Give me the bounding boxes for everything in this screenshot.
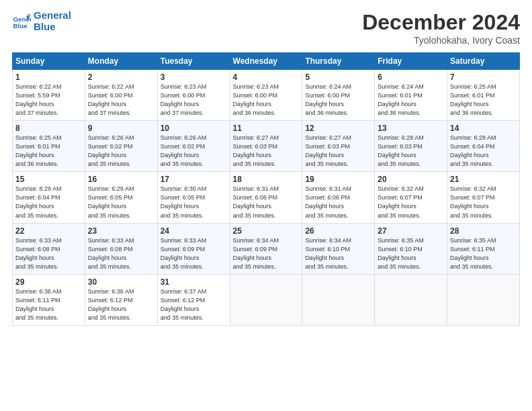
svg-text:Blue: Blue xyxy=(13,21,28,29)
day-info: Sunrise: 6:33 AMSunset: 6:08 PMDaylight … xyxy=(88,236,154,271)
page: General Blue General Blue December 2024 … xyxy=(0,0,532,411)
day-info: Sunrise: 6:34 AMSunset: 6:10 PMDaylight … xyxy=(305,236,371,271)
day-number: 8 xyxy=(15,124,82,133)
calendar-cell: 28Sunrise: 6:35 AMSunset: 6:11 PMDayligh… xyxy=(447,223,520,274)
calendar-cell: 27Sunrise: 6:35 AMSunset: 6:10 PMDayligh… xyxy=(375,223,447,274)
day-info: Sunrise: 6:36 AMSunset: 6:12 PMDaylight … xyxy=(88,287,154,322)
calendar-cell: 19Sunrise: 6:31 AMSunset: 6:06 PMDayligh… xyxy=(302,172,375,223)
calendar-cell: 30Sunrise: 6:36 AMSunset: 6:12 PMDayligh… xyxy=(85,274,157,325)
calendar-cell: 7Sunrise: 6:25 AMSunset: 6:01 PMDaylight… xyxy=(447,70,520,121)
day-header-saturday: Saturday xyxy=(447,53,520,70)
day-info: Sunrise: 6:27 AMSunset: 6:03 PMDaylight … xyxy=(305,134,371,169)
day-number: 3 xyxy=(161,73,227,82)
day-info: Sunrise: 6:22 AMSunset: 6:00 PMDaylight … xyxy=(88,83,154,118)
day-info: Sunrise: 6:28 AMSunset: 6:04 PMDaylight … xyxy=(450,134,517,169)
day-header-tuesday: Tuesday xyxy=(157,53,230,70)
day-info: Sunrise: 6:36 AMSunset: 6:11 PMDaylight … xyxy=(15,287,82,322)
day-header-sunday: Sunday xyxy=(13,53,85,70)
calendar-cell: 26Sunrise: 6:34 AMSunset: 6:10 PMDayligh… xyxy=(302,223,375,274)
title-block: December 2024 Tyolohokaha, Ivory Coast xyxy=(362,10,520,46)
calendar-week-4: 22Sunrise: 6:33 AMSunset: 6:08 PMDayligh… xyxy=(13,223,520,274)
month-title: December 2024 xyxy=(362,10,520,35)
day-number: 5 xyxy=(305,73,371,82)
day-info: Sunrise: 6:31 AMSunset: 6:06 PMDaylight … xyxy=(305,185,371,220)
day-number: 30 xyxy=(88,277,154,287)
calendar-cell: 6Sunrise: 6:24 AMSunset: 6:01 PMDaylight… xyxy=(375,70,447,121)
day-info: Sunrise: 6:34 AMSunset: 6:09 PMDaylight … xyxy=(233,236,300,271)
calendar-cell: 12Sunrise: 6:27 AMSunset: 6:03 PMDayligh… xyxy=(302,121,375,172)
logo-icon: General Blue xyxy=(12,12,31,31)
day-number: 10 xyxy=(161,124,227,133)
day-header-wednesday: Wednesday xyxy=(230,53,302,70)
calendar-cell: 25Sunrise: 6:34 AMSunset: 6:09 PMDayligh… xyxy=(230,223,302,274)
day-number: 13 xyxy=(378,124,444,133)
day-number: 1 xyxy=(15,73,82,82)
calendar-cell: 4Sunrise: 6:23 AMSunset: 6:00 PMDaylight… xyxy=(230,70,302,121)
day-info: Sunrise: 6:25 AMSunset: 6:01 PMDaylight … xyxy=(450,83,517,118)
calendar-cell: 8Sunrise: 6:25 AMSunset: 6:01 PMDaylight… xyxy=(13,121,85,172)
day-number: 17 xyxy=(161,175,227,184)
day-number: 9 xyxy=(88,124,154,133)
day-number: 19 xyxy=(305,175,371,184)
calendar-week-1: 1Sunrise: 6:22 AMSunset: 5:59 PMDaylight… xyxy=(13,70,520,121)
day-number: 12 xyxy=(305,124,371,133)
calendar-cell: 23Sunrise: 6:33 AMSunset: 6:08 PMDayligh… xyxy=(85,223,157,274)
day-number: 23 xyxy=(88,226,154,236)
calendar-week-2: 8Sunrise: 6:25 AMSunset: 6:01 PMDaylight… xyxy=(13,121,520,172)
calendar-cell: 20Sunrise: 6:32 AMSunset: 6:07 PMDayligh… xyxy=(375,172,447,223)
day-header-friday: Friday xyxy=(375,53,447,70)
day-info: Sunrise: 6:33 AMSunset: 6:09 PMDaylight … xyxy=(161,236,227,271)
calendar-cell xyxy=(230,274,302,325)
logo-line1: General xyxy=(34,10,71,21)
day-number: 2 xyxy=(88,73,154,82)
day-number: 22 xyxy=(15,226,82,236)
day-info: Sunrise: 6:32 AMSunset: 6:07 PMDaylight … xyxy=(378,185,444,220)
calendar-cell: 13Sunrise: 6:28 AMSunset: 6:03 PMDayligh… xyxy=(375,121,447,172)
day-number: 4 xyxy=(233,73,300,82)
day-info: Sunrise: 6:29 AMSunset: 6:04 PMDaylight … xyxy=(15,185,82,220)
calendar-cell: 10Sunrise: 6:26 AMSunset: 6:02 PMDayligh… xyxy=(157,121,230,172)
day-number: 27 xyxy=(378,226,444,236)
calendar-cell xyxy=(375,274,447,325)
day-number: 15 xyxy=(15,175,82,184)
day-number: 25 xyxy=(233,226,300,236)
calendar-header-row: SundayMondayTuesdayWednesdayThursdayFrid… xyxy=(13,53,520,70)
day-info: Sunrise: 6:23 AMSunset: 6:00 PMDaylight … xyxy=(161,83,227,118)
calendar-cell: 21Sunrise: 6:32 AMSunset: 6:07 PMDayligh… xyxy=(447,172,520,223)
calendar-cell: 24Sunrise: 6:33 AMSunset: 6:09 PMDayligh… xyxy=(157,223,230,274)
calendar-week-5: 29Sunrise: 6:36 AMSunset: 6:11 PMDayligh… xyxy=(13,274,520,325)
calendar-cell xyxy=(302,274,375,325)
day-number: 31 xyxy=(161,277,227,287)
header: General Blue General Blue December 2024 … xyxy=(12,10,520,46)
day-info: Sunrise: 6:27 AMSunset: 6:03 PMDaylight … xyxy=(233,134,300,169)
calendar-cell: 2Sunrise: 6:22 AMSunset: 6:00 PMDaylight… xyxy=(85,70,157,121)
location-subtitle: Tyolohokaha, Ivory Coast xyxy=(362,35,520,46)
day-info: Sunrise: 6:35 AMSunset: 6:11 PMDaylight … xyxy=(450,236,517,271)
day-info: Sunrise: 6:23 AMSunset: 6:00 PMDaylight … xyxy=(233,83,300,118)
day-number: 16 xyxy=(88,175,154,184)
day-info: Sunrise: 6:32 AMSunset: 6:07 PMDaylight … xyxy=(450,185,517,220)
day-number: 20 xyxy=(378,175,444,184)
calendar-cell xyxy=(447,274,520,325)
logo: General Blue General Blue xyxy=(12,10,71,32)
day-info: Sunrise: 6:29 AMSunset: 6:05 PMDaylight … xyxy=(88,185,154,220)
day-info: Sunrise: 6:31 AMSunset: 6:06 PMDaylight … xyxy=(233,185,300,220)
logo-line2: Blue xyxy=(34,21,71,33)
day-info: Sunrise: 6:35 AMSunset: 6:10 PMDaylight … xyxy=(378,236,444,271)
day-number: 6 xyxy=(378,73,444,82)
calendar-cell: 3Sunrise: 6:23 AMSunset: 6:00 PMDaylight… xyxy=(157,70,230,121)
calendar-cell: 14Sunrise: 6:28 AMSunset: 6:04 PMDayligh… xyxy=(447,121,520,172)
day-info: Sunrise: 6:24 AMSunset: 6:00 PMDaylight … xyxy=(305,83,371,118)
calendar-table: SundayMondayTuesdayWednesdayThursdayFrid… xyxy=(12,52,520,326)
calendar-cell: 29Sunrise: 6:36 AMSunset: 6:11 PMDayligh… xyxy=(13,274,85,325)
calendar-cell: 5Sunrise: 6:24 AMSunset: 6:00 PMDaylight… xyxy=(302,70,375,121)
day-number: 14 xyxy=(450,124,517,133)
calendar-cell: 9Sunrise: 6:26 AMSunset: 6:02 PMDaylight… xyxy=(85,121,157,172)
calendar-cell: 16Sunrise: 6:29 AMSunset: 6:05 PMDayligh… xyxy=(85,172,157,223)
calendar-cell: 18Sunrise: 6:31 AMSunset: 6:06 PMDayligh… xyxy=(230,172,302,223)
calendar-cell: 1Sunrise: 6:22 AMSunset: 5:59 PMDaylight… xyxy=(13,70,85,121)
calendar-cell: 31Sunrise: 6:37 AMSunset: 6:12 PMDayligh… xyxy=(157,274,230,325)
calendar-cell: 17Sunrise: 6:30 AMSunset: 6:05 PMDayligh… xyxy=(157,172,230,223)
day-number: 21 xyxy=(450,175,517,184)
day-number: 28 xyxy=(450,226,517,236)
